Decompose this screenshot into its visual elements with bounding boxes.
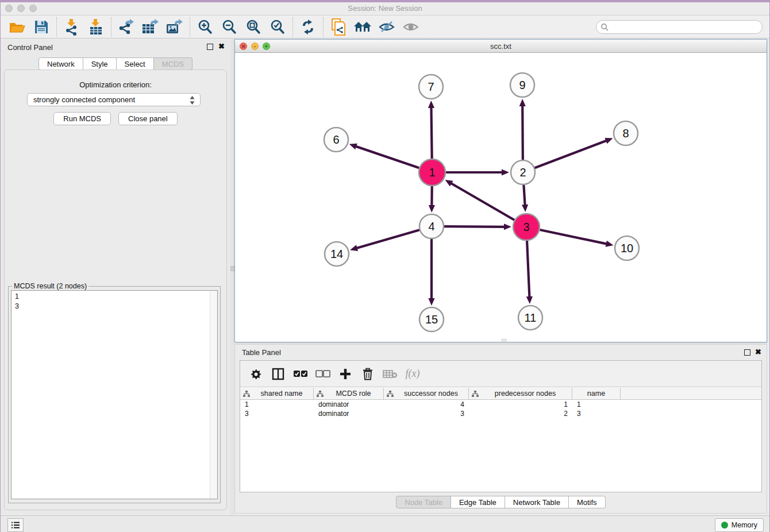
status-bar: Memory xyxy=(1,515,769,532)
vertical-splitter[interactable] xyxy=(230,39,234,515)
delete-table-icon xyxy=(382,365,399,383)
table-cell[interactable]: 1 xyxy=(240,400,314,409)
import-table-icon[interactable] xyxy=(84,17,108,37)
table-row[interactable]: 3dominator323 xyxy=(240,409,761,418)
zoom-in-icon[interactable] xyxy=(193,17,217,37)
control-panel-tabs: NetworkStyleSelectMCDS xyxy=(38,57,192,70)
graph-edge-1-7[interactable] xyxy=(431,106,432,159)
search-input[interactable] xyxy=(596,20,763,34)
show-hidden-eye-icon[interactable] xyxy=(399,17,423,37)
hide-selected-eye-slash-icon[interactable] xyxy=(375,17,399,37)
network-view-window: ✕ − + scc.txt 7968124314101511 xyxy=(234,39,767,342)
table-row[interactable]: 1dominator411 xyxy=(240,400,761,409)
tab-select[interactable]: Select xyxy=(117,57,154,70)
float-panel-icon[interactable] xyxy=(207,44,213,50)
network-resize-grip[interactable] xyxy=(501,339,507,341)
export-image-icon[interactable] xyxy=(163,17,187,37)
mcds-result-title: MCDS result (2 nodes) xyxy=(12,282,88,290)
float-table-panel-icon[interactable] xyxy=(744,349,750,356)
table-cell[interactable]: 3 xyxy=(384,409,469,418)
mcds-result-text[interactable]: 1 3 xyxy=(11,290,218,499)
list-icon xyxy=(11,521,20,529)
column-header-shared-name[interactable]: shared name xyxy=(240,388,314,399)
table-panel-title: Table Panel xyxy=(242,348,281,357)
result-scrollbar[interactable] xyxy=(210,291,217,499)
toolbar-separator xyxy=(190,17,190,37)
run-mcds-button[interactable]: Run MCDS xyxy=(53,112,111,125)
close-panel-icon[interactable]: ✖ xyxy=(218,42,225,51)
close-panel-button[interactable]: Close panel xyxy=(118,112,178,125)
table-cell[interactable]: 2 xyxy=(469,409,572,418)
table-cell[interactable]: 1 xyxy=(469,400,572,409)
column-type-icon xyxy=(243,391,250,397)
export-network-icon[interactable] xyxy=(114,17,138,37)
memory-button[interactable]: Memory xyxy=(715,518,764,532)
splitter-grip[interactable] xyxy=(230,266,234,271)
column-type-icon xyxy=(472,391,479,397)
graph-edge-2-9[interactable] xyxy=(522,104,523,160)
table-panel: Table Panel ✖ xyxy=(234,344,767,514)
show-all-homes-icon[interactable] xyxy=(351,17,375,37)
table-cell[interactable]: 4 xyxy=(384,400,469,409)
graph-edge-1-6[interactable] xyxy=(354,146,419,168)
tab-motifs[interactable]: Motifs xyxy=(569,496,606,508)
table-cell[interactable]: dominator xyxy=(314,400,384,409)
memory-label: Memory xyxy=(732,521,757,529)
table-cell[interactable]: 1 xyxy=(572,400,621,409)
select-all-columns-icon[interactable] xyxy=(292,365,309,383)
column-header-successor-nodes[interactable]: successor nodes xyxy=(384,388,469,399)
graph-edge-2-8[interactable] xyxy=(535,140,609,168)
optimization-criterion-select[interactable]: strongly connected component xyxy=(27,93,201,106)
table-header-row: shared nameMCDS rolesuccessor nodesprede… xyxy=(240,388,761,400)
column-header-name[interactable]: name xyxy=(572,388,621,399)
graph-arrowhead-4-14 xyxy=(350,245,358,251)
export-table-icon[interactable] xyxy=(138,17,163,37)
tab-node-table[interactable]: Node Table xyxy=(396,496,451,508)
task-history-button[interactable] xyxy=(7,518,24,532)
graph-arrowhead-2-9 xyxy=(519,99,526,106)
open-session-icon[interactable] xyxy=(5,17,29,37)
memory-status-dot xyxy=(721,522,728,529)
close-table-panel-icon[interactable]: ✖ xyxy=(755,348,761,356)
graph-arrowhead-4-15 xyxy=(428,298,434,306)
tab-edge-table[interactable]: Edge Table xyxy=(451,496,505,508)
import-network-icon[interactable] xyxy=(60,17,84,37)
graph-edge-2-3[interactable] xyxy=(523,185,525,207)
duplicate-network-icon[interactable] xyxy=(326,17,351,37)
table-cell[interactable]: 3 xyxy=(572,409,621,418)
apply-layout-icon[interactable] xyxy=(296,17,320,37)
network-canvas[interactable]: 7968124314101511 xyxy=(236,53,766,341)
zoom-fit-icon[interactable] xyxy=(241,17,265,37)
graph-edge-4-3[interactable] xyxy=(444,226,506,227)
split-view-icon[interactable] xyxy=(270,365,287,383)
column-type-icon xyxy=(317,391,324,397)
graph-arrowhead-1-7 xyxy=(428,101,434,108)
toolbar-separator xyxy=(292,17,293,37)
graph-edge-3-11[interactable] xyxy=(527,241,529,299)
tab-style[interactable]: Style xyxy=(83,57,117,70)
tab-mcds[interactable]: MCDS xyxy=(154,57,192,70)
tab-network[interactable]: Network xyxy=(38,57,83,70)
column-header-MCDS-role[interactable]: MCDS role xyxy=(314,388,384,399)
save-session-icon[interactable] xyxy=(29,17,53,37)
mcds-result-group: MCDS result (2 nodes) 1 3 xyxy=(8,286,221,503)
add-column-plus-icon[interactable] xyxy=(337,365,354,383)
graph-node-label-4: 4 xyxy=(428,220,434,233)
table-cell[interactable]: dominator xyxy=(314,409,384,418)
table-cell[interactable]: 3 xyxy=(240,409,314,418)
node-table[interactable]: shared nameMCDS rolesuccessor nodesprede… xyxy=(240,388,761,492)
network-window-titlebar[interactable]: ✕ − + scc.txt xyxy=(235,40,767,53)
deselect-all-columns-icon[interactable] xyxy=(314,365,332,383)
graph-edge-3-10[interactable] xyxy=(540,230,608,244)
column-settings-gear-icon[interactable] xyxy=(247,365,264,383)
delete-column-trash-icon[interactable] xyxy=(359,365,376,383)
graph-edge-4-14[interactable] xyxy=(355,230,419,249)
graph-edge-3-1[interactable] xyxy=(449,183,514,220)
os-titlebar: Session: New Session xyxy=(1,2,769,16)
tab-network-table[interactable]: Network Table xyxy=(505,496,569,508)
column-header-predecessor-nodes[interactable]: predecessor nodes xyxy=(469,388,572,399)
graph-node-label-1: 1 xyxy=(429,166,435,179)
zoom-out-icon[interactable] xyxy=(217,17,241,37)
graph-arrowhead-2-8 xyxy=(605,138,613,144)
zoom-selected-icon[interactable] xyxy=(265,17,290,37)
